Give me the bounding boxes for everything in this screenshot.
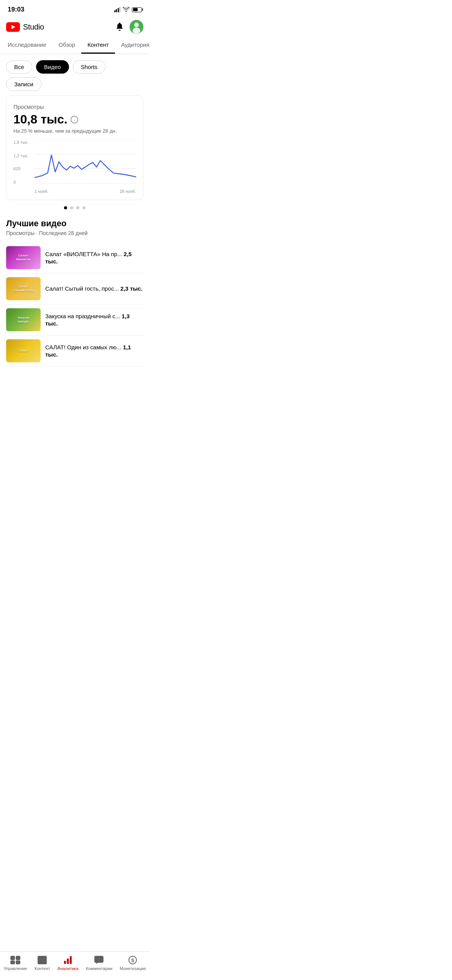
x-label-start: 1 нояб. xyxy=(35,189,49,194)
dot-4[interactable] xyxy=(82,206,85,209)
battery-icon xyxy=(132,7,142,12)
card-title: Просмотры xyxy=(13,104,136,110)
info-icon[interactable]: ↓ xyxy=(71,116,78,123)
svg-point-4 xyxy=(133,28,140,34)
video-title-1: Салат «ВИОЛЕТТА» На пр... 2,5 тыс. xyxy=(45,250,143,265)
filter-live[interactable]: Записи xyxy=(6,77,41,91)
video-title-3: Закуска на праздничный с... 1,3 тыс. xyxy=(45,312,143,327)
card-subtitle: На 25 % меньше, чем за предыдущие 28 дн. xyxy=(13,128,136,134)
bell-icon[interactable] xyxy=(114,21,125,32)
nav-tabs: Исследование Обзор Контент Аудитория xyxy=(0,37,150,54)
video-info-2: Салат! Сытый гость, прос... 2,3 тыс. xyxy=(45,285,143,293)
youtube-logo xyxy=(6,22,20,32)
filter-row: Все Видео Shorts Записи xyxy=(0,54,150,95)
video-thumb-1: Салат!Виолетта xyxy=(6,246,41,269)
dot-row xyxy=(0,200,150,212)
dot-2[interactable] xyxy=(70,206,73,209)
filter-video[interactable]: Видео xyxy=(36,60,69,74)
signal-icon xyxy=(114,7,121,12)
filter-all[interactable]: Все xyxy=(6,60,32,74)
video-thumb-2: САЛАТСытый Гость xyxy=(6,277,41,300)
thumb-label-3: Закускапраздн. xyxy=(18,316,30,323)
video-thumb-3: Закускапраздн. xyxy=(6,308,41,331)
analytics-card: Просмотры 10,8 тыс. ↓ На 25 % меньше, че… xyxy=(6,95,143,200)
y-label-3: 620 xyxy=(13,166,35,171)
chart-y-labels: 1,8 тыс. 1,2 тыс. 620 0 xyxy=(13,140,35,184)
dot-3[interactable] xyxy=(76,206,79,209)
status-bar: 19:03 xyxy=(0,0,150,17)
chart-x-labels: 1 нояб. 28 нояб. xyxy=(35,189,136,194)
filter-shorts[interactable]: Shorts xyxy=(73,60,105,74)
best-videos-subtitle: Просмотры · Последние 28 дней xyxy=(6,230,143,236)
video-title-2: Салат! Сытый гость, прос... 2,3 тыс. xyxy=(45,285,143,293)
video-item-1[interactable]: Салат!Виолетта Салат «ВИОЛЕТТА» На пр...… xyxy=(6,242,143,273)
video-item-2[interactable]: САЛАТСытый Гость Салат! Сытый гость, про… xyxy=(6,273,143,304)
svg-point-3 xyxy=(134,23,139,27)
thumb-label-1: Салат!Виолетта xyxy=(16,254,31,261)
card-value: 10,8 тыс. xyxy=(13,112,67,127)
y-label-2: 1,2 тыс. xyxy=(13,153,35,158)
header-right xyxy=(114,20,143,34)
video-thumb-4: Салат! xyxy=(6,339,41,362)
thumb-label-4: Салат! xyxy=(18,349,28,353)
card-value-row: 10,8 тыс. ↓ xyxy=(13,112,136,127)
chart-area: 1,8 тыс. 1,2 тыс. 620 0 1 нояб. 28 но xyxy=(13,140,136,194)
studio-text: Studio xyxy=(23,23,44,31)
tab-content[interactable]: Контент xyxy=(81,37,115,54)
avatar[interactable] xyxy=(130,20,143,34)
logo-area: Studio xyxy=(6,22,44,32)
video-info-4: САЛАТ! Один из самых лю... 1,1 тыс. xyxy=(45,344,143,358)
card-scroll: Просмотры 10,8 тыс. ↓ На 25 % меньше, че… xyxy=(0,95,150,200)
tab-research[interactable]: Исследование xyxy=(2,37,53,54)
x-label-end: 28 нояб. xyxy=(120,189,136,194)
y-label-1: 1,8 тыс. xyxy=(13,140,35,145)
tab-audience[interactable]: Аудитория xyxy=(115,37,150,54)
tab-overview[interactable]: Обзор xyxy=(53,37,81,54)
thumb-label-2: САЛАТСытый Гость xyxy=(13,285,34,292)
best-videos-title: Лучшие видео xyxy=(6,219,143,229)
video-item-4[interactable]: Салат! САЛАТ! Один из самых лю... 1,1 ты… xyxy=(6,335,143,367)
status-time: 19:03 xyxy=(8,6,24,13)
video-info-3: Закуска на праздничный с... 1,3 тыс. xyxy=(45,312,143,327)
video-item-3[interactable]: Закускапраздн. Закуска на праздничный с.… xyxy=(6,304,143,335)
video-title-4: САЛАТ! Один из самых лю... 1,1 тыс. xyxy=(45,344,143,358)
chart-svg xyxy=(35,140,136,184)
best-videos-section: Лучшие видео Просмотры · Последние 28 дн… xyxy=(0,212,150,367)
header: Studio xyxy=(0,17,150,37)
wifi-icon xyxy=(123,7,130,12)
status-icons xyxy=(114,7,142,12)
video-info-1: Салат «ВИОЛЕТТА» На пр... 2,5 тыс. xyxy=(45,250,143,265)
y-label-4: 0 xyxy=(13,180,35,184)
dot-1[interactable] xyxy=(64,206,67,209)
